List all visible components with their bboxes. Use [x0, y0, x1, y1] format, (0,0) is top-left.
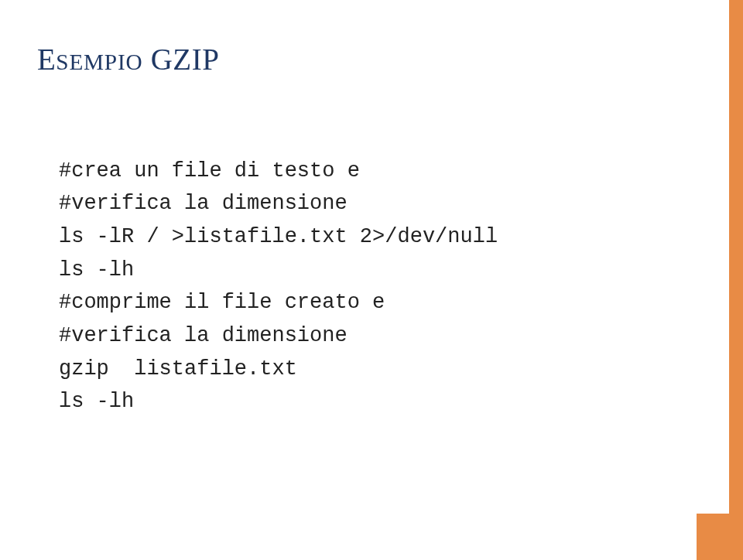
bottom-right-square: [697, 514, 743, 560]
title-part-1: E: [37, 43, 56, 76]
code-line: #crea un file di testo e: [59, 159, 360, 183]
slide-content: ESEMPIO GZIP #crea un file di testo e #v…: [37, 42, 689, 529]
code-block: #crea un file di testo e #verifica la di…: [59, 121, 689, 452]
code-line: ls -lh: [59, 258, 134, 282]
code-line: #comprime il file creato e: [59, 291, 385, 314]
code-line: #verifica la dimensione: [59, 192, 348, 215]
slide-frame: ESEMPIO GZIP #crea un file di testo e #v…: [0, 0, 743, 560]
title-space: [142, 43, 150, 76]
title-part-2: SEMPIO: [56, 50, 142, 74]
code-line: #verifica la dimensione: [59, 324, 348, 347]
code-line: gzip listafile.txt: [59, 357, 297, 381]
title-part-3: GZIP: [151, 43, 220, 76]
page-title: ESEMPIO GZIP: [37, 42, 689, 77]
code-line: ls -lh: [59, 390, 134, 413]
right-border-thin: [729, 0, 732, 560]
right-border-thick: [732, 0, 743, 560]
code-line: ls -lR / >listafile.txt 2>/dev/null: [59, 225, 498, 248]
